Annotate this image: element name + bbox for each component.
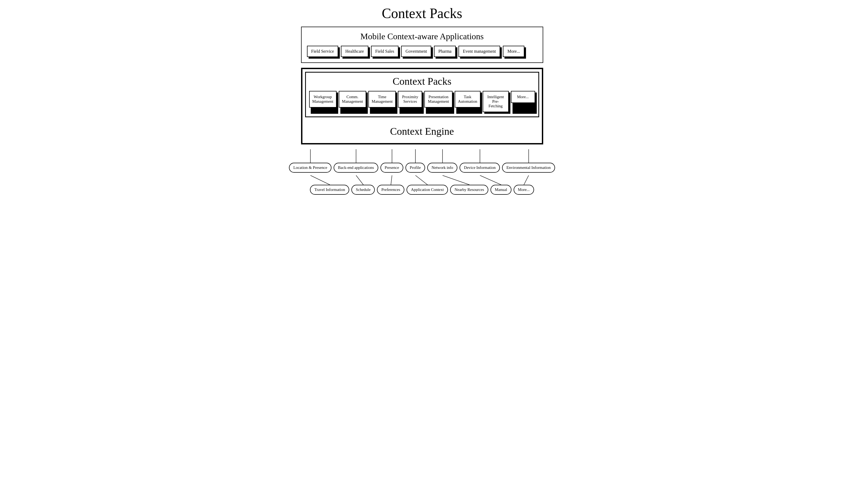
bottom-pill-row1: Environmental Information [502, 163, 555, 173]
bottom-pill-row2: Manual [491, 185, 511, 195]
context-engine-title: Context Engine [306, 123, 539, 139]
pack-card: More... [511, 91, 535, 112]
context-packs-inner: Context Packs Workgroup Management Comm.… [305, 72, 539, 117]
app-card-front: Field Sales [371, 46, 399, 57]
pack-card-front: Comm. Management [339, 91, 366, 108]
pack-card: Workgroup Management [309, 91, 337, 112]
bottom-pill-row1: Back-end applications [334, 163, 378, 173]
app-card: Field Sales [371, 46, 399, 57]
pack-card-front: Intelligent Pre-Fetching [483, 91, 509, 112]
connector-lines2-svg [301, 175, 543, 185]
page-container: Context Packs Mobile Context-aware Appli… [301, 5, 543, 197]
app-card-front: Healthcare [341, 46, 368, 57]
bottom-pill-row1: Location & Presence [289, 163, 332, 173]
app-card: Event management [458, 46, 500, 57]
bottom-row2: Travel InformationSchedulePreferencesApp… [301, 185, 543, 195]
pack-card: Proximity Services [398, 91, 422, 112]
pack-card: Task Automation [455, 91, 480, 112]
pack-card: Time Management [368, 91, 396, 112]
pack-card: Presentation Management [424, 91, 453, 112]
bottom-pill-row2: Nearby Resources [450, 185, 488, 195]
pack-card-front: Presentation Management [424, 91, 453, 108]
connector-lines-svg [301, 149, 543, 163]
svg-line-8 [356, 175, 363, 185]
pack-card-front: Workgroup Management [309, 91, 337, 108]
app-card-front: Field Service [307, 46, 338, 57]
svg-line-9 [391, 175, 392, 185]
bottom-pill-row2: Application Context [406, 185, 448, 195]
pack-card-front: Proximity Services [398, 91, 422, 108]
app-card: Government [401, 46, 431, 57]
bottom-pill-row2: Schedule [351, 185, 375, 195]
svg-line-10 [416, 175, 427, 185]
bottom-row1: Location & PresenceBack-end applications… [301, 163, 543, 173]
bottom-pill-row2: Preferences [377, 185, 404, 195]
bottom-pill-row1: Device Information [459, 163, 500, 173]
main-title: Context Packs [301, 5, 543, 21]
bottom-pill-row1: Network info [427, 163, 457, 173]
app-card: Field Service [307, 46, 338, 57]
app-card-front: Event management [458, 46, 500, 57]
context-packs-outer: Context Packs Workgroup Management Comm.… [301, 68, 543, 144]
mobile-apps-title: Mobile Context-aware Applications [307, 32, 537, 41]
bottom-pill-row2: Travel Information [310, 185, 349, 195]
pack-card: Comm. Management [339, 91, 366, 112]
app-card: Pharma [434, 46, 456, 57]
bottom-section: Location & PresenceBack-end applications… [301, 149, 543, 195]
svg-line-11 [442, 175, 469, 185]
app-card: Healthcare [341, 46, 368, 57]
app-card: More... [503, 46, 524, 57]
context-engine-section: Context Engine [302, 120, 542, 143]
app-card-front: Government [401, 46, 431, 57]
svg-line-12 [480, 175, 501, 185]
pack-card-front: Task Automation [455, 91, 480, 108]
pack-card: Intelligent Pre-Fetching [483, 91, 509, 112]
bottom-pill-row1: Profile [405, 163, 425, 173]
apps-row: Field Service Healthcare Field Sales Gov… [307, 46, 537, 57]
pack-card-front: More... [511, 91, 535, 103]
packs-row: Workgroup Management Comm. Management Ti… [309, 91, 535, 112]
svg-line-7 [310, 175, 330, 185]
svg-line-13 [524, 175, 529, 185]
app-card-front: Pharma [434, 46, 456, 57]
pack-card-front: Time Management [368, 91, 396, 108]
mobile-apps-box: Mobile Context-aware Applications Field … [301, 26, 543, 63]
bottom-pill-row2: More... [514, 185, 534, 195]
bottom-pill-row1: Presence [381, 163, 403, 173]
app-card-front: More... [503, 46, 524, 57]
context-packs-title: Context Packs [309, 75, 535, 87]
